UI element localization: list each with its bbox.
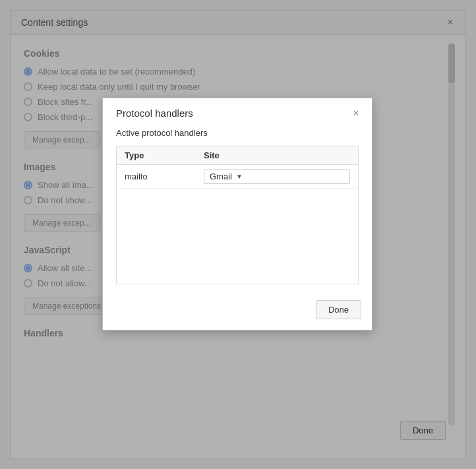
col-header-type: Type xyxy=(125,150,204,160)
dropdown-arrow-icon: ▼ xyxy=(236,173,243,180)
modal-footer: Done xyxy=(103,295,372,330)
modal-title: Protocol handlers xyxy=(116,108,193,119)
handlers-table-header: Type Site xyxy=(117,146,358,165)
handlers-table-body: mailto Gmail ▼ xyxy=(117,165,358,284)
handler-site-value: Gmail xyxy=(210,172,232,181)
modal-body: Active protocol handlers Type Site mailt… xyxy=(103,125,372,295)
handler-type-cell: mailto xyxy=(125,172,204,181)
modal-done-button[interactable]: Done xyxy=(316,300,361,319)
col-header-site: Site xyxy=(204,150,350,160)
handler-site-dropdown[interactable]: Gmail ▼ xyxy=(204,169,350,184)
handlers-table: Type Site mailto Gmail ▼ xyxy=(116,146,359,284)
modal-title-bar: Protocol handlers × xyxy=(103,98,372,125)
modal-close-button[interactable]: × xyxy=(351,108,361,119)
protocol-handlers-dialog: Protocol handlers × Active protocol hand… xyxy=(102,98,372,330)
active-handlers-title: Active protocol handlers xyxy=(116,128,359,138)
handler-row: mailto Gmail ▼ xyxy=(117,165,358,189)
